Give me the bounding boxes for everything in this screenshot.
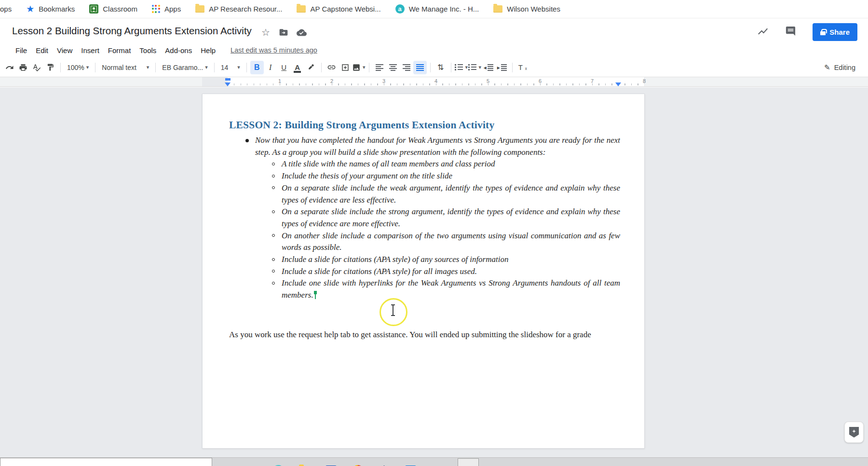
bookmark-classroom[interactable]: Classroom [89, 4, 137, 14]
ruler-mark: 8 [643, 78, 646, 84]
print-button[interactable] [16, 61, 30, 74]
circle-marker [272, 210, 275, 213]
font-size-select[interactable]: 14▾ [218, 61, 243, 74]
insert-image-button[interactable]: ▾ [352, 61, 366, 74]
collaborator-caret [315, 291, 316, 299]
align-justify-button[interactable] [413, 61, 427, 74]
explore-icon [849, 427, 859, 438]
menu-help[interactable]: Help [196, 46, 220, 55]
bold-button[interactable]: B [250, 61, 264, 74]
circle-marker [272, 234, 275, 237]
last-edit-link[interactable]: Last edit was 5 minutes ago [231, 46, 317, 54]
paragraph-style-select[interactable]: Normal text▾ [99, 61, 152, 74]
menu-insert[interactable]: Insert [77, 46, 104, 55]
star-icon: ★ [26, 4, 34, 14]
ruler-mark: 5 [487, 78, 489, 84]
menu-bar: File Edit View Insert Format Tools Add-o… [0, 44, 868, 56]
doc-sub-bullet: A title slide with the names of all team… [271, 158, 620, 170]
add-comment-button[interactable] [339, 61, 352, 74]
apps-grid-icon [152, 5, 160, 13]
doc-bullet-intro: Now that you have completed the handout … [244, 135, 620, 158]
text-color-button[interactable]: A [291, 61, 304, 74]
classroom-icon [89, 4, 98, 14]
ruler-mark: 3 [382, 78, 385, 84]
indent-marker-first-line[interactable] [225, 78, 231, 81]
star-outline-icon[interactable]: ☆ [260, 27, 271, 38]
bookmarks-bar: ops ★ Bookmarks Classroom Apps AP Resear… [0, 0, 868, 18]
circle-marker [272, 186, 275, 189]
ruler-mark: 6 [539, 78, 542, 84]
indent-marker-left[interactable] [225, 82, 231, 86]
doc-sub-bullet: On a separate slide include the strong a… [271, 206, 620, 230]
clear-formatting-button[interactable]: Tₓ [516, 61, 529, 74]
we-manage-icon: a [395, 4, 405, 14]
numbered-list-button[interactable]: ▾ [455, 61, 468, 74]
folder-icon [493, 5, 502, 13]
doc-sub-bullet: Include one slide with hyperlinks for th… [271, 277, 620, 301]
increase-indent-button[interactable]: ▸ [495, 61, 509, 74]
windows-taskbar: Type here to search W ⚙ 8:02 AM [0, 457, 868, 466]
font-select[interactable]: EB Garamo...▾ [159, 61, 210, 74]
align-center-button[interactable] [386, 61, 400, 74]
click-indicator-ring [380, 298, 407, 326]
document-page[interactable]: LESSON 2: Building Strong Arguments Exte… [202, 94, 645, 449]
pencil-icon: ✎ [824, 63, 830, 72]
ruler-mark: 1 [278, 78, 281, 84]
cloud-saved-icon[interactable] [296, 27, 307, 38]
bookmark-folder-wilson[interactable]: Wilson Websites [493, 5, 560, 13]
bookmark-folder-ap-capstone[interactable]: AP Capstone Websi... [297, 5, 380, 13]
comment-history-icon[interactable] [785, 26, 796, 39]
ruler-mark: 7 [591, 78, 594, 84]
doc-sub-bullet: On another slide include a comparison of… [271, 230, 620, 254]
doc-heading: LESSON 2: Building Strong Arguments Exte… [229, 119, 619, 131]
bookmark-bookmarks[interactable]: ★ Bookmarks [26, 4, 75, 14]
toolbar: 100%▾ Normal text▾ EB Garamo...▾ 14▾ B I… [0, 58, 868, 77]
circle-marker [272, 270, 275, 273]
menu-addons[interactable]: Add-ons [161, 46, 196, 55]
editing-mode-select[interactable]: ✎ Editing [824, 63, 855, 72]
menu-file[interactable]: File [11, 46, 31, 55]
underline-button[interactable]: U [277, 61, 291, 74]
doc-title[interactable]: Lesson 2 Building Strong Arguments Exten… [12, 25, 252, 37]
align-right-button[interactable] [400, 61, 413, 74]
decrease-indent-button[interactable]: ◂ [482, 61, 495, 74]
line-spacing-button[interactable]: ⇅ [434, 61, 448, 74]
menu-tools[interactable]: Tools [135, 46, 161, 55]
paint-format-button[interactable] [43, 61, 57, 74]
move-to-folder-icon[interactable] [278, 27, 289, 38]
ruler[interactable]: 1 2 3 4 5 6 7 8 [0, 77, 868, 87]
bookmark-folder-ap-research[interactable]: AP Research Resour... [195, 5, 282, 13]
menu-edit[interactable]: Edit [31, 46, 53, 55]
text-cursor-ibeam [393, 304, 393, 316]
doc-sub-bullet: On a separate slide include the weak arg… [271, 182, 620, 206]
explore-button[interactable] [844, 422, 864, 443]
doc-sub-bullet: Include the thesis of your argument on t… [271, 170, 620, 182]
bullet-marker [245, 139, 249, 142]
insert-link-button[interactable] [325, 61, 339, 74]
folder-icon [297, 5, 306, 13]
doc-sub-bullet: Include a slide for citations (APA style… [271, 266, 620, 278]
folder-icon [195, 5, 204, 13]
circle-marker [272, 282, 275, 285]
zoom-select[interactable]: 100%▾ [64, 61, 92, 74]
snipping-tool-icon[interactable] [458, 458, 479, 466]
menu-view[interactable]: View [53, 46, 77, 55]
doc-header: Lesson 2 Building Strong Arguments Exten… [0, 18, 868, 44]
bulleted-list-button[interactable]: ▾ [468, 61, 482, 74]
doc-closing-line: As you work use the request help tab to … [229, 329, 619, 341]
bookmark-apps[interactable]: Apps [152, 5, 181, 13]
align-left-button[interactable] [373, 61, 386, 74]
highlight-color-button[interactable] [304, 61, 318, 74]
document-canvas: LESSON 2: Building Strong Arguments Exte… [0, 87, 868, 457]
taskbar-search-box[interactable]: Type here to search [0, 458, 212, 466]
spellcheck-button[interactable] [30, 61, 43, 74]
bookmark-we-manage[interactable]: a We Manage Inc. - H... [395, 4, 479, 14]
lock-icon [820, 31, 826, 35]
share-button[interactable]: Share [813, 23, 857, 41]
redo-button[interactable] [3, 61, 16, 74]
indent-marker-right[interactable] [615, 82, 621, 86]
document-activity-icon[interactable] [757, 26, 769, 39]
bookmark-overflow[interactable]: ops [0, 5, 12, 13]
menu-format[interactable]: Format [104, 46, 136, 55]
italic-button[interactable]: I [264, 61, 277, 74]
